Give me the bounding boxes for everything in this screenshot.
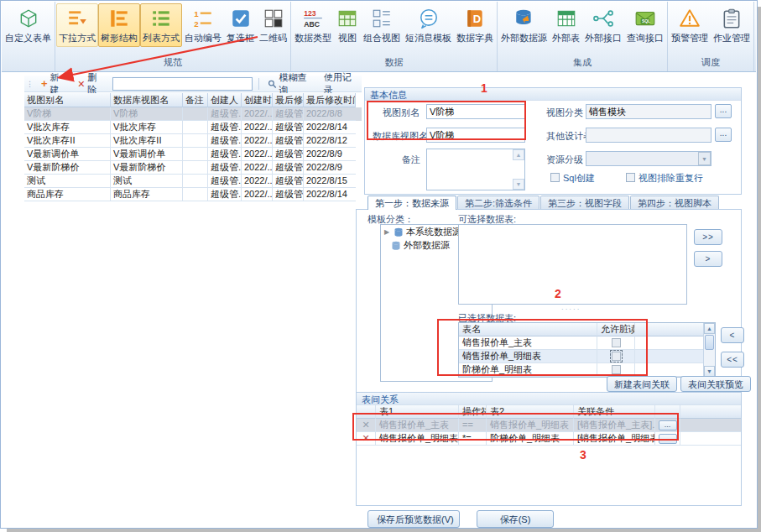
col-operator[interactable]: 操作符 bbox=[459, 405, 487, 419]
scroll-thumb[interactable] bbox=[705, 335, 714, 350]
tab-data-source[interactable]: 第一步：数据来源 bbox=[367, 196, 456, 210]
save-preview-button[interactable]: 保存后预览数据(V) bbox=[367, 510, 460, 528]
preview-relation-button[interactable]: 表间关联预览 bbox=[680, 376, 751, 392]
ext-datasource-button[interactable]: 外部数据源 bbox=[498, 3, 550, 47]
move-all-left-button[interactable]: << bbox=[721, 352, 744, 368]
data-dict-button[interactable]: D 数据字典 bbox=[454, 3, 496, 47]
job-mgmt-button[interactable]: 作业管理 bbox=[711, 3, 753, 47]
col-table1[interactable]: 表1 bbox=[376, 405, 459, 419]
category-value[interactable]: 销售模块 bbox=[586, 104, 711, 119]
col-table2[interactable]: 表2 bbox=[487, 405, 574, 419]
remark-scrollbar[interactable]: ▲ ▼ bbox=[513, 149, 524, 190]
distinct-checkbox[interactable] bbox=[626, 173, 635, 182]
relation-row[interactable]: ✕ 销售报价单_明细表 *= 阶梯价单_明细表 [销售报价单_明细表].[I..… bbox=[357, 432, 741, 446]
query-interface-button[interactable]: SQL 查询接口 bbox=[624, 3, 666, 47]
dropdown-mode-button[interactable]: 下拉方式 bbox=[56, 3, 98, 47]
col-created[interactable]: 创建时间 bbox=[242, 93, 273, 107]
combo-view-icon bbox=[371, 8, 393, 29]
relations-header[interactable]: 表1 操作符 表2 关联条件 bbox=[357, 405, 741, 419]
col-db-view[interactable]: 数据库视图名 bbox=[111, 93, 183, 107]
expander-icon[interactable]: ▶ bbox=[384, 228, 391, 236]
row-delete-icon[interactable]: ✕ bbox=[357, 419, 376, 432]
scroll-up-icon[interactable]: ▲ bbox=[704, 323, 715, 334]
dirty-read-checkbox[interactable] bbox=[612, 352, 621, 361]
designer-value[interactable] bbox=[586, 128, 711, 143]
col-remark[interactable]: 备注 bbox=[183, 93, 208, 107]
list-icon bbox=[150, 8, 172, 29]
col-creator[interactable]: 创建人 bbox=[208, 93, 242, 107]
search-input[interactable] bbox=[112, 77, 253, 91]
button-label: 模糊查询 bbox=[279, 71, 312, 96]
condition-browse-button[interactable]: ... bbox=[659, 420, 677, 430]
sms-template-button[interactable]: 短消息模板 bbox=[403, 3, 454, 47]
table-row[interactable]: V批次库存V批次库存超级管...2022/...超级管...2022/8/14 bbox=[24, 121, 362, 134]
qrcode-button[interactable]: 二维码 bbox=[257, 3, 289, 47]
table-header[interactable]: 视图别名 数据库视图名 备注 创建人 创建时间 最后修... 最后修改时间 bbox=[24, 93, 362, 107]
selectable-tables-list[interactable] bbox=[458, 224, 687, 305]
table-row[interactable]: V批次库存IIV批次库存II超级管...2022/...超级管...2022/8… bbox=[24, 134, 362, 148]
category-browse-button[interactable]: ... bbox=[715, 104, 732, 118]
svg-text:SQL: SQL bbox=[642, 18, 650, 23]
data-type-button[interactable]: 123ABC 数据类型 bbox=[292, 3, 334, 47]
checkbox-button[interactable]: 复选框 bbox=[224, 3, 257, 47]
combo-view-button[interactable]: 组合视图 bbox=[361, 3, 403, 47]
col-modifier[interactable]: 最后修... bbox=[273, 93, 304, 107]
ext-table-button[interactable]: 外部表 bbox=[550, 3, 582, 47]
condition-browse-button[interactable]: ... bbox=[659, 434, 677, 444]
scroll-track[interactable] bbox=[704, 351, 715, 366]
move-left-button[interactable]: < bbox=[721, 327, 744, 343]
table-row[interactable]: 商品库存商品库存超级管...2022/...超级管...2022/8/14 bbox=[24, 188, 362, 201]
scroll-down-icon[interactable]: ▼ bbox=[513, 179, 524, 190]
col-view-alias[interactable]: 视图别名 bbox=[24, 93, 111, 107]
relation-row[interactable]: ✕ 销售报价单_主表 == 销售报价单_明细表 [销售报价单_主表].[Rec.… bbox=[357, 419, 741, 432]
sql-check-checkbox[interactable] bbox=[550, 173, 560, 182]
selected-table-row[interactable]: 销售报价单_明细表 bbox=[459, 350, 715, 363]
table-row[interactable]: V最新调价单V最新调价单超级管...2022/...超级管...2022/8/9 bbox=[24, 148, 362, 161]
button-label: 外部表 bbox=[552, 32, 580, 44]
button-label: 使用记录 bbox=[324, 71, 357, 96]
save-button[interactable]: 保存(S) bbox=[477, 510, 554, 528]
alert-mgmt-button[interactable]: 预警管理 bbox=[669, 3, 711, 47]
dirty-read-checkbox[interactable] bbox=[612, 338, 621, 347]
svg-text:2: 2 bbox=[194, 19, 199, 29]
selected-table-row[interactable]: 销售报价单_主表 bbox=[459, 336, 715, 350]
db-view-input[interactable] bbox=[426, 128, 525, 143]
table-row[interactable]: V阶梯V阶梯超级管...2022/...超级管...2022/8/8 bbox=[24, 107, 362, 121]
splitter-handle[interactable]: ····· bbox=[561, 305, 581, 313]
new-relation-button[interactable]: 新建表间关联 bbox=[607, 376, 677, 392]
view-button[interactable]: 视图 bbox=[334, 3, 361, 47]
grid-scrollbar[interactable]: ▲ ▼ bbox=[703, 323, 715, 377]
view-alias-input[interactable] bbox=[426, 104, 525, 119]
scroll-up-icon[interactable]: ▲ bbox=[513, 149, 524, 160]
col-table-name[interactable]: 表名 bbox=[459, 323, 597, 336]
tab-script[interactable]: 第四步：视图脚本 bbox=[630, 196, 719, 210]
col-modified[interactable]: 最后修改时间 bbox=[304, 93, 356, 107]
app-window: 自定义表单 下拉方式 树形结构 列表方式 12 bbox=[0, 0, 761, 532]
cube-icon bbox=[18, 8, 39, 29]
tab-filter[interactable]: 第二步:筛选条件 bbox=[457, 196, 539, 210]
relations-title: 表间关系 bbox=[357, 393, 741, 405]
relogin-button[interactable]: 重新登录 bbox=[755, 3, 756, 47]
list-mode-button[interactable]: 列表方式 bbox=[140, 3, 182, 47]
col-condition[interactable]: 关联条件 bbox=[574, 405, 655, 419]
dirty-read-checkbox[interactable] bbox=[612, 365, 621, 374]
group-label: 登录 bbox=[755, 55, 756, 71]
combo-arrow-icon[interactable]: ▼ bbox=[698, 152, 711, 165]
tree-item-label: 本系统数据源 bbox=[406, 226, 461, 238]
col-dirty-read[interactable]: 允许脏读 bbox=[597, 323, 635, 336]
designer-browse-button[interactable]: ... bbox=[715, 128, 732, 142]
table-row[interactable]: V最新阶梯价V最新阶梯价超级管...2022/...超级管...2022/8/9 bbox=[24, 161, 362, 175]
move-right-button[interactable]: > bbox=[694, 251, 722, 267]
resource-combo[interactable] bbox=[586, 151, 711, 166]
remark-textarea[interactable] bbox=[426, 149, 525, 190]
ext-interface-button[interactable]: 外部接口 bbox=[582, 3, 624, 47]
custom-form-button[interactable]: 自定义表单 bbox=[3, 3, 54, 47]
selected-table-row[interactable]: 阶梯价单_明细表 bbox=[459, 363, 715, 377]
tab-fields[interactable]: 第三步：视图字段 bbox=[540, 196, 629, 210]
table-row[interactable]: 测试测试超级管...2022/...超级管...2022/8/15 bbox=[24, 175, 362, 188]
move-all-right-button[interactable]: >> bbox=[694, 229, 722, 245]
auto-number-button[interactable]: 12 自动编号 bbox=[182, 3, 224, 47]
tree-structure-button[interactable]: 树形结构 bbox=[98, 3, 140, 47]
grid-header[interactable]: 表名 允许脏读 bbox=[459, 323, 715, 336]
row-delete-icon[interactable]: ✕ bbox=[357, 432, 376, 446]
